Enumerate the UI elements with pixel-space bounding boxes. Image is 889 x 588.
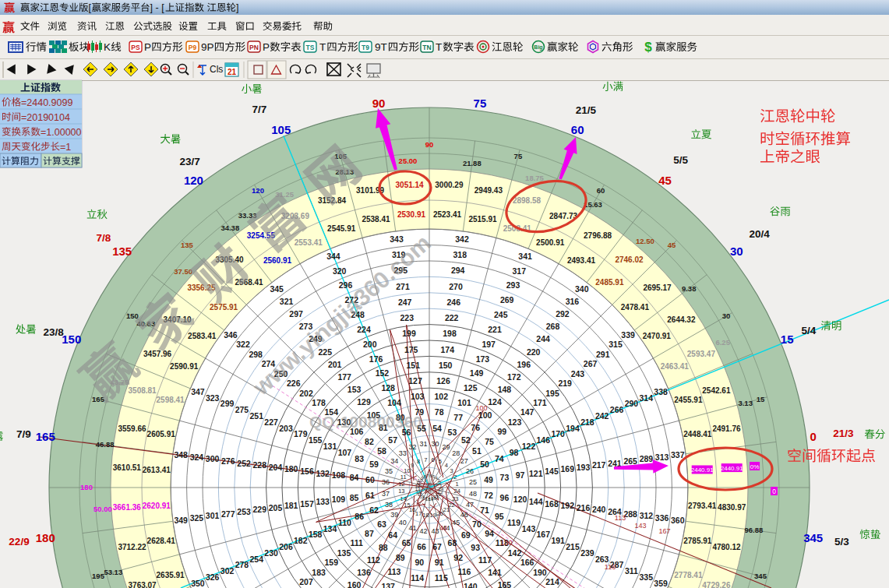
svg-text:12.50: 12.50 bbox=[636, 237, 654, 245]
svg-text:=20190104: =20190104 bbox=[21, 112, 70, 123]
svg-text:2575.91: 2575.91 bbox=[210, 303, 238, 312]
svg-text:350: 350 bbox=[191, 579, 205, 588]
svg-text:165: 165 bbox=[36, 430, 55, 443]
svg-text:299: 299 bbox=[220, 399, 235, 408]
svg-text:197: 197 bbox=[482, 340, 496, 349]
svg-text:269: 269 bbox=[500, 295, 514, 305]
svg-text:194: 194 bbox=[566, 424, 580, 433]
svg-text:314: 314 bbox=[640, 393, 654, 403]
svg-text:2635.91: 2635.91 bbox=[157, 571, 185, 579]
svg-text:PS: PS bbox=[131, 44, 140, 51]
svg-text:105: 105 bbox=[271, 123, 291, 136]
svg-text:20: 20 bbox=[437, 510, 443, 517]
svg-text:152: 152 bbox=[376, 368, 390, 378]
svg-text:277: 277 bbox=[221, 509, 235, 519]
svg-text:3763.07: 3763.07 bbox=[129, 581, 157, 588]
svg-text:325: 325 bbox=[190, 513, 204, 523]
svg-text:296: 296 bbox=[339, 280, 353, 290]
svg-text:102: 102 bbox=[435, 392, 449, 401]
svg-text:240: 240 bbox=[592, 505, 606, 514]
svg-text:88: 88 bbox=[379, 543, 388, 552]
svg-text:5: 5 bbox=[439, 458, 442, 465]
svg-text:174: 174 bbox=[441, 345, 455, 354]
svg-text:2796.88: 2796.88 bbox=[584, 231, 612, 240]
svg-text:143: 143 bbox=[522, 524, 536, 533]
svg-text:21: 21 bbox=[228, 68, 237, 76]
svg-text:0: 0 bbox=[810, 430, 817, 443]
svg-text:38: 38 bbox=[385, 501, 393, 509]
svg-text:348: 348 bbox=[174, 450, 188, 459]
svg-text:130: 130 bbox=[500, 539, 512, 547]
svg-text:266: 266 bbox=[610, 405, 624, 414]
svg-text:53.13: 53.13 bbox=[104, 568, 122, 576]
svg-text:3051.14: 3051.14 bbox=[396, 181, 425, 189]
svg-text:70: 70 bbox=[472, 519, 482, 529]
svg-text:340: 340 bbox=[575, 284, 589, 294]
svg-text:103: 103 bbox=[411, 392, 425, 401]
svg-text:46.88: 46.88 bbox=[96, 440, 115, 449]
svg-text:2613.41: 2613.41 bbox=[143, 466, 171, 474]
svg-text:229: 229 bbox=[253, 505, 267, 514]
svg-text:252: 252 bbox=[237, 459, 251, 468]
svg-text:P: P bbox=[263, 41, 270, 53]
svg-text:137: 137 bbox=[381, 582, 395, 588]
svg-text:155: 155 bbox=[309, 435, 323, 445]
svg-text:2785.91: 2785.91 bbox=[683, 537, 712, 545]
svg-text:141: 141 bbox=[488, 568, 502, 577]
svg-text:133: 133 bbox=[316, 497, 330, 506]
svg-text:108: 108 bbox=[332, 470, 346, 480]
svg-text:4729.26: 4729.26 bbox=[702, 581, 731, 588]
svg-text:23/8: 23/8 bbox=[44, 326, 65, 338]
svg-text:20/4: 20/4 bbox=[750, 228, 771, 240]
svg-text:37: 37 bbox=[382, 490, 390, 498]
svg-text:66: 66 bbox=[417, 542, 426, 551]
svg-text:207: 207 bbox=[299, 577, 313, 586]
svg-text:135: 135 bbox=[337, 548, 351, 558]
svg-text:297: 297 bbox=[289, 309, 303, 319]
svg-text:300: 300 bbox=[206, 454, 220, 463]
svg-text:166: 166 bbox=[520, 558, 534, 567]
svg-text:204: 204 bbox=[269, 463, 283, 472]
svg-text:2593.47: 2593.47 bbox=[687, 350, 716, 358]
svg-text:220: 220 bbox=[527, 347, 541, 357]
svg-text:254: 254 bbox=[250, 555, 264, 564]
svg-text:15: 15 bbox=[781, 333, 794, 346]
svg-text:318: 318 bbox=[453, 250, 467, 259]
svg-text:169: 169 bbox=[561, 464, 575, 474]
svg-text:90: 90 bbox=[372, 97, 386, 110]
svg-text:64: 64 bbox=[388, 530, 397, 540]
svg-text:2949.43: 2949.43 bbox=[474, 186, 503, 195]
svg-text:25.00: 25.00 bbox=[399, 157, 418, 165]
svg-text:2463.41: 2463.41 bbox=[661, 362, 690, 371]
svg-text:177: 177 bbox=[337, 372, 351, 382]
svg-text:P9: P9 bbox=[189, 44, 197, 51]
svg-text:43: 43 bbox=[431, 527, 439, 535]
svg-text:120: 120 bbox=[184, 174, 203, 187]
svg-text:95: 95 bbox=[495, 512, 504, 521]
svg-text:QQ:100800360: QQ:100800360 bbox=[309, 413, 422, 431]
svg-text:2793.41: 2793.41 bbox=[688, 502, 717, 510]
svg-text:119: 119 bbox=[507, 518, 520, 527]
svg-text:=1.00000: =1.00000 bbox=[41, 127, 82, 138]
svg-text:7: 7 bbox=[424, 456, 427, 463]
svg-text:129: 129 bbox=[357, 397, 371, 407]
svg-text:13: 13 bbox=[398, 488, 404, 495]
svg-text:5/3: 5/3 bbox=[834, 536, 849, 548]
svg-text:242: 242 bbox=[595, 411, 609, 421]
svg-text:301: 301 bbox=[206, 511, 220, 520]
svg-text:131: 131 bbox=[323, 442, 337, 451]
svg-text:199: 199 bbox=[402, 329, 416, 338]
svg-text:TS: TS bbox=[306, 44, 315, 51]
svg-text:345: 345 bbox=[270, 284, 284, 294]
svg-text:16: 16 bbox=[409, 506, 415, 513]
svg-text:342: 342 bbox=[455, 234, 469, 244]
svg-text:117: 117 bbox=[478, 555, 492, 565]
svg-text:291: 291 bbox=[596, 350, 610, 359]
svg-text:214: 214 bbox=[545, 577, 559, 586]
svg-text:85: 85 bbox=[350, 493, 359, 502]
svg-text:219: 219 bbox=[558, 379, 572, 388]
svg-text:168: 168 bbox=[545, 499, 559, 509]
svg-text:62: 62 bbox=[369, 505, 379, 515]
svg-text:175: 175 bbox=[404, 345, 418, 354]
svg-text:230: 230 bbox=[264, 548, 278, 558]
